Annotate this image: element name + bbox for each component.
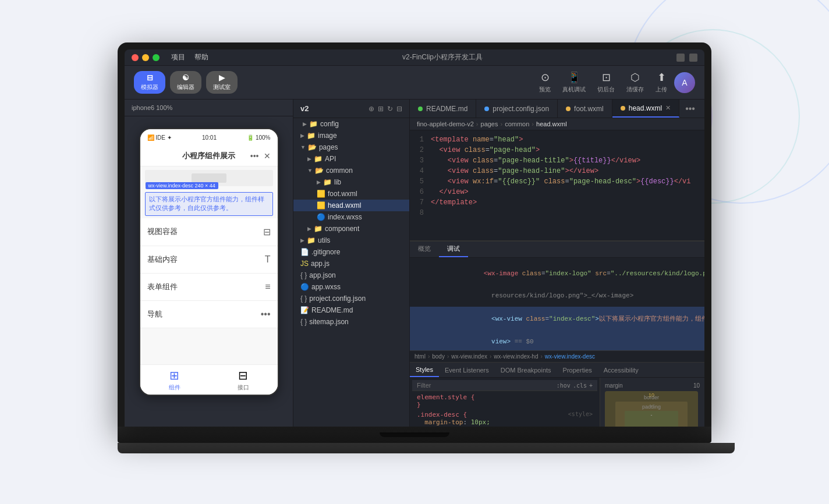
tab-simulate[interactable]: ⊟ 模拟器 [134,71,165,94]
action-save[interactable]: ⬡ 清缓存 [626,71,644,94]
collapse-icon[interactable]: ⊟ [396,105,402,113]
tree-label: app.wxss [311,283,341,291]
el-bc-body[interactable]: body [432,353,445,360]
tree-item-common[interactable]: ▼ 📂 common [293,165,409,176]
chevron-icon: ▶ [303,121,307,127]
tree-item-api[interactable]: ▶ 📁 API [293,153,409,165]
phone-titlebar: 小程序组件展示 ••• ✕ [140,145,278,166]
tree-item-projectconfig[interactable]: { } project.config.json [293,293,409,304]
el-bc-wxview[interactable]: wx-view.index [451,353,487,360]
list-item-4[interactable]: 导航 ••• [140,301,278,328]
close-icon[interactable]: ✕ [264,151,271,161]
list-item-3[interactable]: 表单组件 ≡ [140,274,278,301]
element-breadcrumb: html › body › wx-view.index › wx-view.in… [410,351,704,363]
el-bc-wxviewhd[interactable]: wx-view.index-hd [494,353,538,360]
style-tab-styles[interactable]: Styles [410,363,439,377]
wxml-icon: 🟨 [317,201,325,210]
phone-tab-component[interactable]: ⊞ 组件 [169,368,180,392]
tree-label: index.wxss [328,213,362,221]
breadcrumb-common[interactable]: common [505,120,529,127]
el-bc-html[interactable]: html [414,353,426,360]
style-tab-dom[interactable]: DOM Breakpoints [495,363,557,377]
action-real[interactable]: 📱 真机调试 [562,71,586,94]
save-icon: ⬡ [630,71,640,84]
new-file-icon[interactable]: ⊕ [369,105,374,113]
style-tab-accessibility[interactable]: Accessibility [598,363,644,377]
tree-item-image[interactable]: ▶ 📁 image [293,130,409,141]
tree-item-foot-wxml[interactable]: 🟨 foot.wxml [293,188,409,200]
phone-tab-interface[interactable]: ⊟ 接口 [238,368,249,392]
list-item-1[interactable]: 视图容器 ⊟ [140,218,278,246]
tree-item-appjs[interactable]: JS app.js [293,258,409,269]
html-line-2[interactable]: resources/kind/logo.png">_</wx-image> [410,285,704,307]
close-button[interactable] [132,54,139,61]
new-folder-icon[interactable]: ⊞ [378,105,384,113]
tree-item-readme[interactable]: 📝 README.md [293,304,409,316]
tree-item-appjson[interactable]: { } app.json [293,269,409,281]
tree-item-gitignore[interactable]: 📄 .gitignore [293,246,409,258]
devtools-tab-debug[interactable]: 调试 [439,242,468,257]
el-bc-wxviewdesc[interactable]: wx-view.index-desc [545,353,595,360]
win-btn-1[interactable] [676,54,685,62]
tree-item-config[interactable]: ▶ 📁 config [293,118,409,130]
cut-icon: ⊡ [602,71,611,84]
tree-item-appwxss[interactable]: 🔵 app.wxss [293,281,409,293]
editor-tab-projectconfig[interactable]: project.config.json [476,100,558,118]
box-model: 10 - - - border - [605,391,698,427]
highlight-label: wx-view.index-desc 240 × 44 [146,182,218,189]
more-icon[interactable]: ••• [250,151,259,161]
devtools-tab-overview[interactable]: 概览 [410,242,439,257]
breadcrumb-root[interactable]: fino-applet-demo-v2 [417,120,474,127]
refresh-icon[interactable]: ↻ [387,105,393,113]
style-tab-events[interactable]: Event Listeners [439,363,495,377]
tree-item-pages[interactable]: ▼ 📂 pages [293,141,409,153]
minimize-button[interactable] [142,54,149,61]
tree-item-utils[interactable]: ▶ 📁 utils [293,235,409,246]
tree-item-component[interactable]: ▶ 📁 component [293,223,409,235]
simulate-label: 模拟器 [141,83,158,91]
action-upload[interactable]: ⬆ 上传 [656,71,667,94]
simulator-container: 📶 IDE ✦ 10:01 🔋 100% 小程序组件展示 ••• ✕ [125,116,293,427]
window-controls [132,54,160,61]
list-icon-4: ••• [261,309,271,320]
filter-input[interactable] [417,382,554,389]
filter-cls[interactable]: .cls [573,382,587,389]
code-line-8: 8 [410,208,704,219]
user-avatar[interactable]: A [674,72,695,93]
toolbar-tabs: ⊟ 模拟器 ☯ 编辑器 ▶ 测试室 [134,71,238,94]
code-editor[interactable]: 1 <template name="head"> 2 <view class="… [410,130,704,240]
breadcrumb-sep-1: › [476,120,479,127]
menu-project[interactable]: 项目 [171,52,185,62]
win-btn-2[interactable] [689,54,697,62]
debug-icon: ☯ [182,73,189,82]
list-item-2[interactable]: 基础内容 T [140,246,278,274]
tree-item-index-wxss[interactable]: 🔵 index.wxss [293,211,409,223]
filter-plus[interactable]: + [589,382,593,389]
chevron-icon: ▼ [300,144,306,150]
editor-tab-head[interactable]: head.wxml ✕ [612,100,679,118]
tab-close-icon[interactable]: ✕ [665,104,671,112]
phone-statusbar: 📶 IDE ✦ 10:01 🔋 100% [140,129,278,145]
editor-tab-foot[interactable]: foot.wxml [558,100,612,118]
list-label-4: 导航 [147,309,162,320]
html-line-3[interactable]: <wx-view class="index-desc">以下将展示小程序官方组件… [410,307,704,331]
html-line-1[interactable]: <wx-image class="index-logo" src="../res… [410,262,704,285]
tree-item-lib[interactable]: ▶ 📁 lib [293,176,409,188]
tree-item-sitemap[interactable]: { } sitemap.json [293,316,409,328]
tab-test[interactable]: ▶ 测试室 [206,71,238,94]
action-preview[interactable]: ⊙ 预览 [539,71,551,94]
test-icon: ▶ [219,73,225,82]
tree-label: README.md [311,306,353,314]
action-cut[interactable]: ⊡ 切后台 [597,71,615,94]
editor-tab-readme[interactable]: README.md [410,100,476,118]
editor-tab-more[interactable]: ••• [679,104,701,114]
maximize-button[interactable] [153,54,160,61]
filter-hov[interactable]: :hov [557,382,571,389]
html-line-4[interactable]: view> == $0 [410,331,704,351]
style-tab-properties[interactable]: Properties [557,363,598,377]
breadcrumb-pages[interactable]: pages [481,120,498,127]
menu-help[interactable]: 帮助 [194,52,208,62]
tree-item-head-wxml[interactable]: 🟨 head.wxml [293,200,409,211]
tab-debug[interactable]: ☯ 编辑器 [170,71,201,94]
code-line-2: 2 <view class="page-head"> [410,145,704,156]
